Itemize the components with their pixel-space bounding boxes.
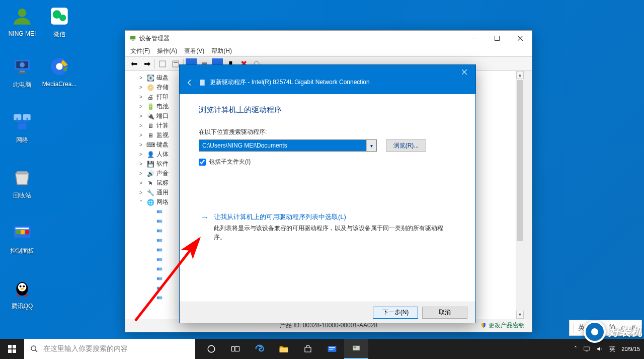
scroll-down-icon[interactable]: ▼ [516,311,524,319]
expand-icon[interactable]: > [137,75,144,81]
expand-icon[interactable]: > [137,142,144,148]
search-placeholder: 在这里输入你要搜索的内容 [43,344,128,353]
include-subfolders-checkbox[interactable]: 包括子文件夹(I) [199,158,456,166]
tray-chevron-icon[interactable]: ˄ [574,345,577,352]
start-button[interactable] [0,339,24,359]
menu-help[interactable]: 帮助(H) [211,47,232,55]
expand-icon[interactable]: > [137,180,144,186]
desktop-icon-thispc[interactable]: 此电脑 [4,54,40,89]
node-label: 软件 [156,160,169,168]
device-icon: 💽 [146,74,154,82]
expand-icon[interactable]: > [137,123,144,128]
volume-tray-icon[interactable] [596,345,603,352]
menu-file[interactable]: 文件(F) [130,47,150,55]
expand-icon[interactable]: > [137,152,144,157]
svg-rect-58 [13,349,16,353]
svg-point-0 [18,9,27,17]
back-arrow-icon[interactable] [186,79,194,87]
svg-point-59 [31,346,36,350]
menu-action[interactable]: 操作(A) [157,47,177,55]
svg-rect-26 [471,38,476,38]
store-icon[interactable] [296,339,320,359]
driver-icon [199,79,206,86]
edge-icon[interactable] [248,339,272,359]
svg-rect-69 [354,346,356,348]
wizard-close-button[interactable] [453,65,475,79]
maximize-button[interactable] [486,31,509,46]
devmgr-icon [129,35,136,42]
svg-rect-36 [157,220,158,222]
desktop-icon-control[interactable]: 控制面板 [4,221,40,255]
desktop-icon-wechat[interactable]: 微信 [41,4,77,39]
pick-from-list-link[interactable]: → 让我从计算机上的可用驱动程序列表中选取(L) 此列表将显示与该设备兼容的可用… [199,210,456,244]
next-button[interactable]: 下一步(N) [373,307,418,319]
expand-icon[interactable]: > [137,94,144,100]
task-view-icon[interactable] [223,339,248,359]
wizard-titlebar[interactable]: 更新驱动程序 - Intel(R) 82574L Gigabit Network… [180,65,475,94]
window-titlebar[interactable]: 设备管理器 [125,31,532,46]
svg-rect-50 [157,287,158,289]
link-text: 让我从计算机上的可用驱动程序列表中选取(L) [214,212,454,222]
device-icon: 📀 [146,84,154,92]
nav-back-icon[interactable]: ⬅ [128,58,139,69]
svg-point-23 [56,63,62,69]
desktop-icon-network[interactable]: 网络 [4,110,40,145]
wizard-heading: 浏览计算机上的驱动程序 [199,105,456,115]
cancel-button[interactable]: 取消 [422,307,467,319]
desktop-icon-media[interactable]: MediaCrea... [41,54,77,88]
svg-rect-27 [495,36,500,41]
desktop-icon-recycle[interactable]: 回收站 [4,165,40,200]
svg-rect-12 [21,230,25,234]
expand-icon[interactable]: > [137,161,144,167]
desktop-icon-qq[interactable]: 腾讯QQ [4,276,40,311]
cortana-icon[interactable] [199,339,223,359]
window-title: 设备管理器 [139,34,170,43]
minimize-button[interactable] [462,31,486,46]
chevron-down-icon[interactable]: ▾ [366,140,376,151]
toolbar-btn-1[interactable] [157,58,168,69]
menu-view[interactable]: 查看(V) [184,47,204,55]
device-icon: 🌐 [146,198,154,206]
close-button[interactable] [509,31,532,46]
taskbar: 在这里输入你要搜索的内容 ˄ 英 20/9/15 [0,339,644,359]
svg-rect-11 [16,230,20,234]
scrollbar[interactable]: ▲ ▼ [516,71,524,319]
svg-rect-4 [20,70,25,72]
desktop-icon-user[interactable]: NING MEI [4,4,40,37]
expand-icon[interactable]: > [137,85,144,90]
explorer-icon[interactable] [272,339,296,359]
svg-rect-25 [132,40,134,41]
expand-icon[interactable]: > [137,132,144,138]
node-label: 打印 [156,93,169,101]
adapter-icon [155,227,164,235]
scroll-thumb[interactable] [517,80,523,241]
devmgr-taskbar-icon[interactable] [344,339,368,359]
search-box[interactable]: 在这里输入你要搜索的内容 [24,339,195,359]
network-tray-icon[interactable] [583,345,590,352]
expand-icon[interactable]: > [137,113,144,119]
adapter-icon [155,256,164,264]
device-icon: 💾 [146,160,154,168]
node-label: 计算 [156,121,169,130]
checkbox-input[interactable] [199,159,206,166]
browse-button[interactable]: 浏览(R)... [386,139,426,152]
svg-rect-29 [173,61,179,67]
adapter-icon [155,275,164,283]
tray-date[interactable]: 20/9/15 [621,346,640,352]
search-icon [30,345,38,353]
scroll-up-icon[interactable]: ▲ [516,71,524,79]
node-label: 通用 [156,188,169,197]
nav-forward-icon[interactable]: ➡ [141,58,152,69]
node-label: 存储 [156,83,169,92]
expand-icon[interactable]: > [137,104,144,109]
mail-icon[interactable] [320,339,344,359]
svg-rect-40 [157,239,158,241]
expand-icon[interactable]: > [137,171,144,176]
node-label: 监视 [156,131,169,139]
expand-icon[interactable]: > [137,190,144,195]
change-key-link[interactable]: 更改产品密钥 [489,321,525,330]
expand-icon[interactable]: ˅ [137,199,144,205]
svg-rect-64 [280,348,288,352]
tray-ime[interactable]: 英 [609,345,615,353]
path-combobox[interactable]: C:\Users\NING MEI\Documents ▾ [199,139,377,152]
